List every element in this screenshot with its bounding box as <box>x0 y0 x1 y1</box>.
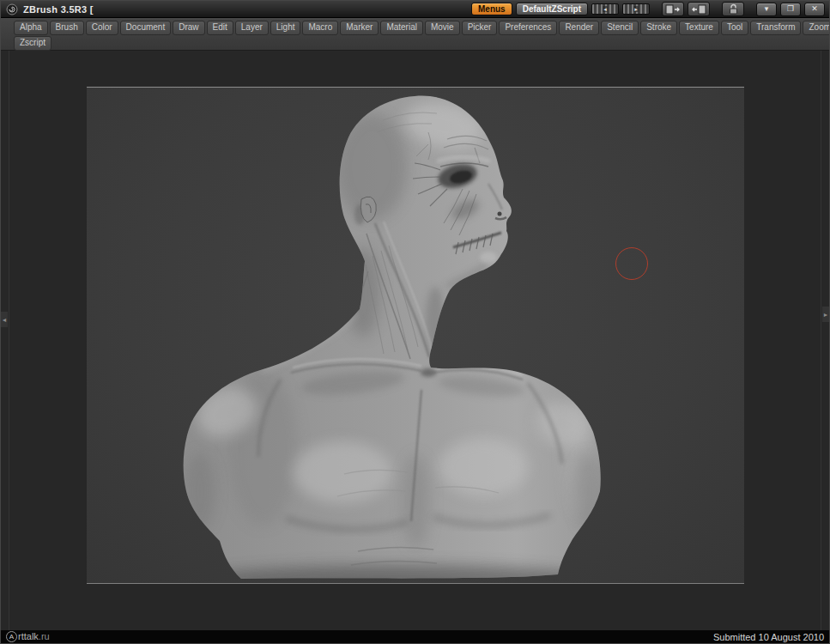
menu-edit[interactable]: Edit <box>207 21 233 35</box>
arttalk-logo-text: rttalk <box>18 632 39 641</box>
menu-color[interactable]: Color <box>86 21 118 35</box>
left-panel-arrow-icon: ◄ <box>2 317 8 323</box>
menu-movie[interactable]: Movie <box>425 21 460 35</box>
export-document-button[interactable] <box>662 2 684 16</box>
menu-stencil[interactable]: Stencil <box>601 21 639 35</box>
creature-bust-artwork <box>87 88 744 583</box>
export-document-icon <box>664 4 682 15</box>
arttalk-logo-tld: .ru <box>39 632 50 641</box>
left-tray-divider <box>9 51 9 630</box>
lock-icon <box>729 3 738 15</box>
menu-transform[interactable]: Transform <box>750 21 801 35</box>
default-zscript-button[interactable]: DefaultZScript <box>516 3 588 15</box>
submitted-date: Submitted 10 August 2010 <box>713 632 824 642</box>
menu-alpha[interactable]: Alpha <box>14 21 48 35</box>
window-title: ZBrush 3.5R3 [ <box>23 4 94 15</box>
scrub-right-icon: ▸ <box>633 6 639 12</box>
menu-draw[interactable]: Draw <box>173 21 204 35</box>
scrubber-right[interactable]: ▸ <box>622 3 650 15</box>
left-tray-toggle[interactable]: ◄ <box>1 312 8 327</box>
menu-preferences[interactable]: Preferences <box>499 21 557 35</box>
import-document-icon <box>690 4 707 15</box>
menu-material[interactable]: Material <box>380 21 423 35</box>
menu-layer[interactable]: Layer <box>235 21 269 35</box>
restore-button[interactable]: ❐ <box>780 3 801 16</box>
zbrush-logo-icon <box>6 3 18 15</box>
arttalk-logo: A rttalk .ru <box>6 631 50 642</box>
right-panel-arrow-icon: ► <box>823 312 829 318</box>
import-document-button[interactable] <box>688 2 710 16</box>
menu-row-1: Alpha Brush Color Document Draw Edit Lay… <box>13 20 829 35</box>
menu-row-2: Zscript <box>13 35 829 51</box>
menu-zoom[interactable]: Zoom <box>803 21 830 35</box>
menu-zscript[interactable]: Zscript <box>14 36 51 51</box>
menu-render[interactable]: Render <box>559 21 599 35</box>
menu-tool[interactable]: Tool <box>721 21 748 35</box>
close-button[interactable]: ✕ <box>804 3 825 16</box>
document-canvas[interactable] <box>87 87 744 584</box>
menu-texture[interactable]: Texture <box>679 21 719 35</box>
brush-cursor <box>615 247 648 280</box>
scrub-left-icon: ◂ <box>603 6 608 12</box>
lock-button[interactable] <box>722 2 744 16</box>
zbrush-window: ZBrush 3.5R3 [ Menus DefaultZScript ◂ ▸ <box>0 0 830 644</box>
menubar: Alpha Brush Color Document Draw Edit Lay… <box>1 18 829 51</box>
minimize-button[interactable]: ▾ <box>756 3 777 16</box>
canvas-area: ▲▼ <box>1 51 829 630</box>
menu-macro[interactable]: Macro <box>302 21 338 35</box>
footer-bar: A rttalk .ru Submitted 10 August 2010 <box>1 630 829 643</box>
menus-button[interactable]: Menus <box>471 3 512 15</box>
menu-brush[interactable]: Brush <box>50 21 84 35</box>
menu-marker[interactable]: Marker <box>340 21 379 35</box>
menu-document[interactable]: Document <box>120 21 172 35</box>
scrubber-left[interactable]: ◂ <box>591 3 619 15</box>
right-tray-divider <box>821 51 821 630</box>
titlebar: ZBrush 3.5R3 [ Menus DefaultZScript ◂ ▸ <box>1 1 829 18</box>
menu-picker[interactable]: Picker <box>462 21 498 35</box>
arttalk-logo-icon: A <box>6 631 17 642</box>
right-tray-toggle[interactable]: ► <box>822 307 829 322</box>
menu-light[interactable]: Light <box>270 21 301 35</box>
menu-stroke[interactable]: Stroke <box>640 21 677 35</box>
